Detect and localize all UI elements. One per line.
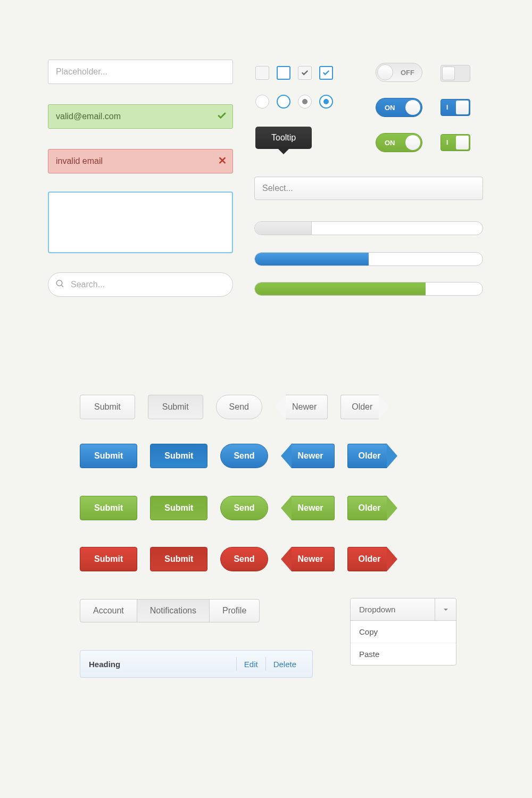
dropdown-toggle[interactable]: Dropdown <box>351 598 456 621</box>
toggle-sq-blue[interactable]: I <box>440 99 470 116</box>
submit-button-red[interactable]: Submit <box>80 547 137 571</box>
submit-button-green-pressed[interactable]: Submit <box>150 496 207 520</box>
check-icon <box>217 111 227 122</box>
submit-button-gray[interactable]: Submit <box>80 395 135 419</box>
send-button-green[interactable]: Send <box>220 496 268 520</box>
invalid-email-input[interactable] <box>48 149 233 173</box>
tooltip-text: Tooltip <box>271 133 296 142</box>
search-icon <box>55 279 65 290</box>
radio-selected[interactable] <box>298 95 312 109</box>
textarea-focus[interactable] <box>48 192 233 253</box>
older-button-red[interactable]: Older <box>347 547 398 571</box>
dropdown-item-paste[interactable]: Paste <box>351 643 456 665</box>
radio-empty-active[interactable] <box>277 95 290 109</box>
select-placeholder: Select... <box>262 184 293 193</box>
newer-button-blue[interactable]: Newer <box>281 444 335 468</box>
newer-button-green[interactable]: Newer <box>281 496 335 520</box>
radio-empty[interactable] <box>255 95 269 109</box>
toggle-off[interactable]: OFF <box>376 63 422 82</box>
newer-button-red[interactable]: Newer <box>281 547 335 571</box>
tooltip: Tooltip <box>255 127 312 149</box>
svg-point-0 <box>56 280 62 286</box>
dropdown-item-copy[interactable]: Copy <box>351 621 456 643</box>
submit-button-red-pressed[interactable]: Submit <box>150 547 207 571</box>
edit-link[interactable]: Edit <box>236 657 265 671</box>
send-button-blue[interactable]: Send <box>220 444 268 468</box>
toggle-on-blue[interactable]: ON <box>376 98 422 117</box>
checkbox-checked[interactable] <box>298 66 312 80</box>
heading-bar: Heading Edit Delete <box>80 650 313 678</box>
submit-button-green[interactable]: Submit <box>80 496 137 520</box>
tab-notifications[interactable]: Notifications <box>137 599 210 622</box>
x-icon <box>218 156 227 167</box>
progress-blue <box>254 252 483 266</box>
submit-button-blue-pressed[interactable]: Submit <box>150 444 207 468</box>
toggle-sq-green[interactable]: I <box>440 134 470 151</box>
select-dropdown[interactable]: Select... <box>254 177 483 200</box>
toggle-on-label: ON <box>385 104 395 112</box>
older-button-gray[interactable]: Older <box>340 395 389 419</box>
older-button-blue[interactable]: Older <box>347 444 398 468</box>
delete-link[interactable]: Delete <box>265 657 304 671</box>
newer-button-gray[interactable]: Newer <box>275 395 328 419</box>
toggle-on-green[interactable]: ON <box>376 133 422 152</box>
submit-button-blue[interactable]: Submit <box>80 444 137 468</box>
send-button-gray[interactable]: Send <box>216 395 262 419</box>
submit-button-gray-pressed[interactable]: Submit <box>148 395 203 419</box>
checkbox-unchecked-active[interactable] <box>277 66 290 80</box>
tab-profile[interactable]: Profile <box>209 599 260 622</box>
heading-title: Heading <box>89 660 236 669</box>
checkbox-unchecked[interactable] <box>255 66 269 80</box>
radio-selected-active[interactable] <box>319 95 333 109</box>
progress-gray <box>254 221 483 235</box>
valid-email-input[interactable] <box>48 104 233 129</box>
toggle-on-label-green: ON <box>385 139 395 147</box>
checkbox-checked-active[interactable] <box>319 66 333 80</box>
tab-account[interactable]: Account <box>80 599 137 622</box>
send-button-red[interactable]: Send <box>220 547 268 571</box>
tabs: Account Notifications Profile <box>80 599 260 622</box>
toggle-off-label: OFF <box>401 69 414 77</box>
dropdown-label: Dropdown <box>351 598 435 620</box>
placeholder-input[interactable] <box>48 60 233 84</box>
older-button-green[interactable]: Older <box>347 496 398 520</box>
progress-green <box>254 282 483 296</box>
caret-down-icon <box>435 598 456 620</box>
search-input[interactable] <box>48 272 233 297</box>
toggle-sq-off[interactable] <box>440 65 470 82</box>
dropdown-menu: Dropdown Copy Paste <box>350 598 456 666</box>
